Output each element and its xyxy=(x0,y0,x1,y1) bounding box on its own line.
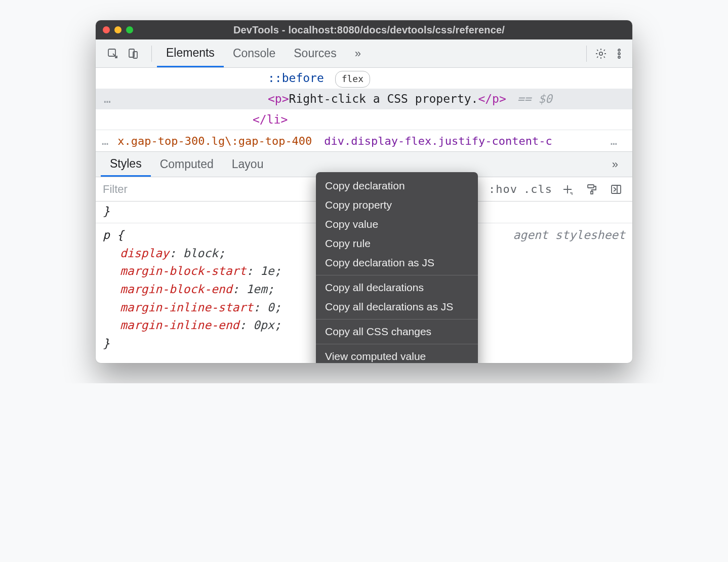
context-menu-item[interactable]: Copy all declarations xyxy=(316,278,478,297)
context-menu-item[interactable]: Copy value xyxy=(316,215,478,234)
tab-console[interactable]: Console xyxy=(224,39,285,67)
context-menu-item[interactable]: Copy declaration xyxy=(316,176,478,195)
computed-sidebar-icon[interactable] xyxy=(607,180,625,198)
svg-rect-8 xyxy=(591,191,593,194)
svg-point-6 xyxy=(618,56,620,58)
breadcrumb[interactable]: … x.gap-top-300.lg\:gap-top-400 div.disp… xyxy=(96,130,632,152)
gear-icon[interactable] xyxy=(592,45,610,63)
context-menu-item[interactable]: Copy rule xyxy=(316,234,478,253)
breadcrumb-leading-ellipsis[interactable]: … xyxy=(102,135,108,147)
user-agent-stylesheet-label: agent stylesheet xyxy=(513,226,625,245)
context-menu-separator xyxy=(316,344,478,344)
context-menu-item[interactable]: Copy all CSS changes xyxy=(316,322,478,341)
toolbar-divider-right xyxy=(586,46,587,62)
dom-tree[interactable]: ::before flex … <p>Right-click a CSS pro… xyxy=(96,68,632,130)
dom-pseudo-row[interactable]: ::before flex xyxy=(96,68,632,89)
subtab-layout[interactable]: Layou xyxy=(223,152,273,177)
toolbar-divider xyxy=(151,46,152,62)
devtools-window: DevTools - localhost:8080/docs/devtools/… xyxy=(96,20,632,363)
pseudo-element-label: ::before xyxy=(268,71,324,85)
tab-sources[interactable]: Sources xyxy=(285,39,345,67)
css-value: 0px xyxy=(253,318,274,332)
tag-close: </p> xyxy=(478,92,506,105)
closing-li-tag: </li> xyxy=(253,113,288,126)
tab-elements[interactable]: Elements xyxy=(157,39,224,67)
device-toggle-icon[interactable] xyxy=(124,45,142,63)
minimize-window-button[interactable] xyxy=(114,26,122,33)
toolbar-more-tabs[interactable]: » xyxy=(346,39,370,67)
css-value: 0 xyxy=(267,301,274,314)
context-menu-item[interactable]: Copy all declarations as JS xyxy=(316,297,478,316)
breadcrumb-trailing-ellipsis[interactable]: … xyxy=(611,135,617,147)
css-property: margin-block-start xyxy=(120,264,246,277)
console-ref-label: == $0 xyxy=(517,92,552,105)
cls-toggle[interactable]: .cls xyxy=(523,183,552,195)
rule-selector[interactable]: p { xyxy=(103,228,124,242)
dom-node-text: Right-click a CSS property. xyxy=(289,92,478,105)
svg-point-3 xyxy=(599,52,602,55)
css-property: margin-inline-start xyxy=(120,301,253,314)
svg-rect-7 xyxy=(588,185,594,188)
breadcrumb-item-2[interactable]: div.display-flex.justify-content-c xyxy=(324,135,552,147)
titlebar: DevTools - localhost:8080/docs/devtools/… xyxy=(96,20,632,39)
css-value: 1e xyxy=(260,264,274,277)
kebab-menu-icon[interactable] xyxy=(610,45,628,63)
context-menu-separator xyxy=(316,275,478,275)
new-style-rule-icon[interactable] xyxy=(558,180,577,198)
css-value: block xyxy=(183,247,218,260)
svg-point-5 xyxy=(618,53,620,55)
context-menu-separator xyxy=(316,319,478,319)
css-property: margin-inline-end xyxy=(120,318,239,332)
main-toolbar: Elements Console Sources » xyxy=(96,39,632,68)
window-title: DevTools - localhost:8080/docs/devtools/… xyxy=(138,24,625,36)
paint-format-icon[interactable] xyxy=(583,180,601,198)
context-menu-item[interactable]: Copy declaration as JS xyxy=(316,253,478,272)
css-property: display xyxy=(120,247,169,260)
zoom-window-button[interactable] xyxy=(126,26,133,33)
subtab-computed[interactable]: Computed xyxy=(151,152,223,177)
context-menu: Copy declarationCopy propertyCopy valueC… xyxy=(316,172,478,363)
subtabs-more[interactable]: » xyxy=(603,152,627,177)
dom-selected-row[interactable]: … <p>Right-click a CSS property.</p> == … xyxy=(96,89,632,109)
collapse-ellipsis-icon[interactable]: … xyxy=(104,90,111,108)
tag-open: <p> xyxy=(268,92,289,105)
svg-point-4 xyxy=(618,49,620,51)
hov-toggle[interactable]: :hov xyxy=(489,183,517,195)
context-menu-item[interactable]: Copy property xyxy=(316,195,478,215)
dom-closing-row[interactable]: </li> xyxy=(96,109,632,130)
subtab-styles[interactable]: Styles xyxy=(101,152,151,177)
css-value: 1em xyxy=(246,283,267,296)
inspect-element-icon[interactable] xyxy=(104,45,122,63)
css-property: margin-block-end xyxy=(120,283,232,296)
window-controls xyxy=(103,26,133,33)
context-menu-item[interactable]: View computed value xyxy=(316,347,478,363)
breadcrumb-item-1[interactable]: x.gap-top-300.lg\:gap-top-400 xyxy=(117,135,312,147)
close-window-button[interactable] xyxy=(103,26,110,33)
flex-badge[interactable]: flex xyxy=(335,71,370,88)
